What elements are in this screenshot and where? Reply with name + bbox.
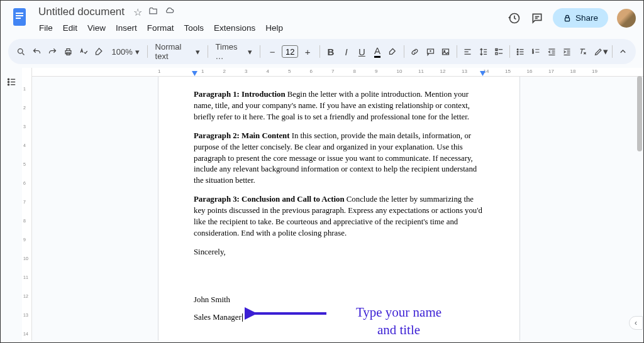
checklist-icon[interactable] xyxy=(492,43,506,60)
document-title[interactable]: Untitled document xyxy=(35,4,128,19)
history-icon[interactable] xyxy=(508,11,521,25)
signature-name: John Smith xyxy=(194,295,484,306)
style-select[interactable]: Normal text ▾ xyxy=(152,40,204,63)
lock-icon xyxy=(563,14,572,23)
spellcheck-icon[interactable] xyxy=(77,43,91,60)
svg-point-43 xyxy=(8,84,9,85)
line-spacing-icon[interactable] xyxy=(476,43,490,60)
docs-logo-icon xyxy=(8,6,31,28)
svg-point-42 xyxy=(8,81,9,82)
menu-bar: File Edit View Insert Format Tools Exten… xyxy=(35,21,508,35)
print-icon[interactable] xyxy=(61,43,75,60)
toolbar: 100% ▾ Normal text ▾ Times … ▾ − + B I U… xyxy=(8,39,636,64)
font-size-input[interactable] xyxy=(282,45,298,58)
decrease-indent-icon[interactable] xyxy=(545,43,558,60)
chevron-down-icon: ▾ xyxy=(196,47,200,57)
svg-point-25 xyxy=(517,53,518,55)
chevron-down-icon: ▾ xyxy=(135,47,140,57)
svg-rect-6 xyxy=(565,18,569,21)
font-select[interactable]: Times … ▾ xyxy=(212,40,257,63)
editing-mode-icon[interactable]: ▾ xyxy=(594,43,608,60)
chevron-down-icon: ▾ xyxy=(248,47,252,57)
align-icon[interactable] xyxy=(461,43,475,60)
indent-marker-right-icon[interactable] xyxy=(480,71,486,77)
comments-icon[interactable] xyxy=(530,11,544,25)
svg-text:2: 2 xyxy=(532,51,534,54)
show-side-panel-icon[interactable]: ‹ xyxy=(629,316,643,330)
clear-format-icon[interactable] xyxy=(576,43,590,60)
share-label: Share xyxy=(575,13,598,23)
outline-icon[interactable] xyxy=(6,79,17,89)
svg-rect-21 xyxy=(495,52,497,54)
menu-tools[interactable]: Tools xyxy=(180,21,209,35)
closing-line: Sincerely, xyxy=(194,247,484,258)
image-icon[interactable] xyxy=(439,43,453,60)
increase-font-icon[interactable]: + xyxy=(299,43,316,60)
menu-format[interactable]: Format xyxy=(143,21,179,35)
underline-icon[interactable]: U xyxy=(355,43,369,60)
outline-rail xyxy=(1,68,22,340)
svg-rect-0 xyxy=(13,8,26,26)
comment-icon[interactable] xyxy=(423,43,437,60)
vertical-ruler: 1234567891011121314 xyxy=(22,68,32,340)
avatar[interactable] xyxy=(617,9,636,28)
menu-file[interactable]: File xyxy=(35,21,57,35)
paint-format-icon[interactable] xyxy=(92,43,106,60)
svg-point-41 xyxy=(8,79,9,80)
cloud-status-icon[interactable] xyxy=(164,6,175,18)
menu-edit[interactable]: Edit xyxy=(58,21,82,35)
indent-marker-left-icon[interactable] xyxy=(192,71,197,77)
menu-insert[interactable]: Insert xyxy=(111,21,142,35)
bold-icon[interactable]: B xyxy=(324,43,338,60)
signature-title: Sales Manager xyxy=(194,312,484,324)
svg-rect-1 xyxy=(16,13,23,14)
paragraph-3: Paragraph 3: Conclusion and Call to Acti… xyxy=(194,194,484,239)
share-button[interactable]: Share xyxy=(553,8,608,28)
svg-rect-14 xyxy=(443,49,449,55)
horizontal-ruler: 112345678910111213141516171819 xyxy=(32,68,643,77)
link-icon[interactable] xyxy=(408,43,422,60)
svg-point-23 xyxy=(517,48,518,50)
document-page[interactable]: Paragraph 1: Introduction Begin the lett… xyxy=(158,77,520,340)
svg-rect-2 xyxy=(16,15,23,16)
svg-point-24 xyxy=(517,51,518,52)
italic-icon[interactable]: I xyxy=(340,43,353,60)
collapse-icon[interactable] xyxy=(616,43,630,60)
redo-icon[interactable] xyxy=(46,43,60,60)
increase-indent-icon[interactable] xyxy=(560,43,574,60)
highlight-icon[interactable] xyxy=(386,43,400,60)
numbered-list-icon[interactable]: 12 xyxy=(530,43,543,60)
undo-icon[interactable] xyxy=(30,43,44,60)
app-header: Untitled document ☆ File Edit View Inser… xyxy=(1,1,643,35)
decrease-font-icon[interactable]: − xyxy=(264,43,280,60)
search-icon[interactable] xyxy=(14,43,28,60)
move-icon[interactable] xyxy=(148,6,158,18)
paragraph-1: Paragraph 1: Introduction Begin the lett… xyxy=(194,89,484,123)
menu-extensions[interactable]: Extensions xyxy=(209,21,260,35)
svg-line-8 xyxy=(23,53,25,55)
paragraph-2: Paragraph 2: Main Content In this sectio… xyxy=(194,131,484,187)
bullet-list-icon[interactable] xyxy=(514,43,528,60)
menu-view[interactable]: View xyxy=(83,21,110,35)
star-icon[interactable]: ☆ xyxy=(133,6,142,18)
zoom-select[interactable]: 100% ▾ xyxy=(108,45,143,58)
text-color-icon[interactable]: A xyxy=(370,43,384,60)
menu-help[interactable]: Help xyxy=(261,21,287,35)
scrollbar[interactable] xyxy=(636,57,642,324)
svg-rect-3 xyxy=(16,18,21,19)
svg-point-7 xyxy=(18,48,23,53)
